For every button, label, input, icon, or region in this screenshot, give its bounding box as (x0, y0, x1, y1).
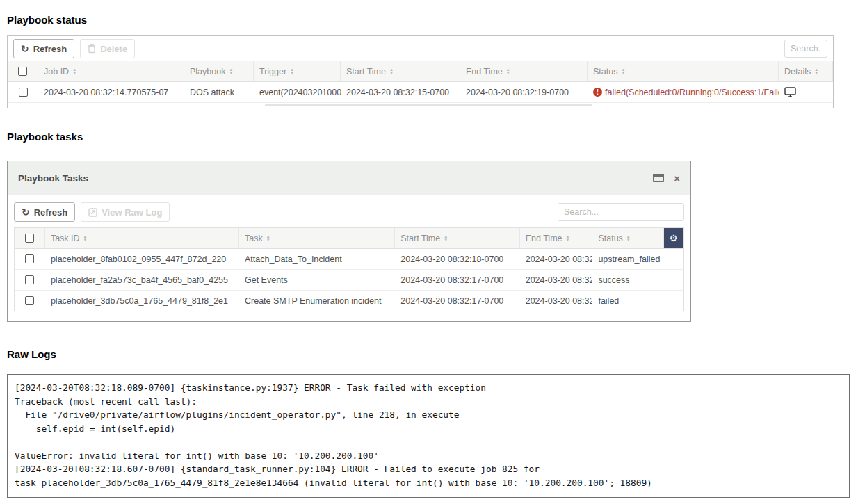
task-id-cell: placeholder_8fab0102_0955_447f_872d_220 (45, 249, 239, 269)
task-end-cell: 2024-03-20 08:32:18 (520, 270, 593, 290)
task-cell: Create SMTP Enumeration incident (239, 291, 395, 311)
task-status-cell: success (592, 270, 664, 290)
monitor-details-icon[interactable] (784, 87, 796, 97)
section-title-playbook-status: Playbook status (7, 0, 858, 26)
tasks-search-input[interactable] (558, 203, 684, 221)
section-title-raw-logs: Raw Logs (7, 348, 858, 360)
row-checkbox[interactable] (19, 88, 28, 97)
column-header-details[interactable]: Details ▲▼ (779, 61, 833, 81)
end-time-cell: 2024-03-20 08:32:19-0700 (460, 82, 588, 102)
status-cell: ! failed(Scheduled:0/Running:0/Success:1… (588, 82, 779, 102)
details-cell (779, 82, 833, 102)
sort-icon: ▲▼ (814, 68, 818, 75)
refresh-icon: ↻ (22, 207, 30, 217)
panel-header: Playbook Tasks × (8, 161, 690, 195)
status-table-row: 2024-03-20 08:32:14.770575-07 DOS attack… (8, 82, 833, 103)
column-header-task[interactable]: Task ▲▼ (239, 228, 395, 248)
panel-title: Playbook Tasks (18, 173, 88, 184)
maximize-icon[interactable] (653, 174, 664, 182)
row-checkbox[interactable] (25, 296, 34, 305)
column-header-task-id[interactable]: Task ID ▲▼ (45, 228, 239, 248)
column-header-start-time[interactable]: Start Time ▲▼ (341, 61, 460, 81)
status-search-input[interactable] (784, 40, 827, 58)
task-row: placeholder_fa2a573c_ba4f_4565_baf0_4255… (15, 270, 683, 291)
sort-icon: ▲▼ (290, 68, 294, 75)
task-cell: Get Events (239, 270, 395, 290)
task-row: placeholder_3db75c0a_1765_4479_81f8_2e1 … (15, 291, 683, 311)
tasks-toolbar: ↻ Refresh View Raw Log (14, 202, 684, 222)
view-raw-log-button[interactable]: View Raw Log (81, 202, 170, 222)
playbook-tasks-panel: Playbook Tasks × ↻ Refresh View Raw Log (7, 161, 691, 322)
status-table-header: Job ID ▲▼ Playbook ▲▼ Trigger ▲▼ Start T… (8, 61, 833, 82)
column-header-job-id[interactable]: Job ID ▲▼ (38, 61, 184, 81)
refresh-icon: ↻ (21, 44, 29, 54)
sort-icon: ▲▼ (266, 235, 270, 242)
tasks-table-header: Task ID ▲▼ Task ▲▼ Start Time ▲▼ End Tim… (15, 228, 683, 249)
column-header-task-status[interactable]: Status ▲▼ (592, 228, 664, 248)
task-end-cell: 2024-03-20 08:32:18 (520, 249, 593, 269)
horizontal-scrollbar[interactable] (8, 103, 833, 108)
sort-icon: ▲▼ (229, 68, 233, 75)
raw-logs-box: [2024-03-20T08:32:18.089-0700] {taskinst… (7, 374, 850, 498)
sort-icon: ▲▼ (389, 68, 394, 75)
sort-icon: ▲▼ (83, 235, 88, 242)
sort-icon: ▲▼ (72, 68, 76, 75)
trigger-cell: event(202403201000 (254, 82, 341, 102)
playbook-cell: DOS attack (184, 82, 254, 102)
status-text: failed(Scheduled:0/Running:0/Success:1/F… (605, 88, 779, 97)
task-cell: Attach_Data_To_Incident (239, 249, 395, 269)
gear-icon[interactable]: ⚙ (664, 228, 683, 248)
close-icon[interactable]: × (674, 173, 680, 184)
select-all-checkbox[interactable] (18, 67, 27, 76)
tasks-table: Task ID ▲▼ Task ▲▼ Start Time ▲▼ End Tim… (14, 227, 684, 311)
tasks-refresh-label: Refresh (34, 207, 67, 218)
scrollbar-thumb[interactable] (265, 104, 592, 106)
panel-body: ↻ Refresh View Raw Log Task ID ▲▼ Task (8, 195, 690, 321)
task-id-cell: placeholder_3db75c0a_1765_4479_81f8_2e1 (45, 291, 239, 311)
task-start-cell: 2024-03-20 08:32:17-0700 (395, 291, 519, 311)
error-icon: ! (593, 88, 602, 97)
sort-icon: ▲▼ (566, 235, 570, 242)
refresh-button[interactable]: ↻ Refresh (13, 39, 74, 58)
task-start-cell: 2024-03-20 08:32:18-0700 (395, 249, 519, 269)
column-header-end-time[interactable]: End Time ▲▼ (460, 61, 588, 81)
status-toolbar: ↻ Refresh Delete (8, 36, 833, 61)
delete-button-label: Delete (100, 44, 127, 54)
sort-icon: ▲▼ (444, 235, 448, 242)
column-header-playbook[interactable]: Playbook ▲▼ (184, 61, 254, 81)
column-header-task-end-time[interactable]: End Time ▲▼ (520, 228, 593, 248)
view-raw-log-label: View Raw Log (102, 207, 162, 218)
sort-icon: ▲▼ (626, 235, 631, 242)
column-header-task-start-time[interactable]: Start Time ▲▼ (395, 228, 519, 248)
section-title-playbook-tasks: Playbook tasks (7, 131, 858, 143)
column-header-status[interactable]: Status ▲▼ (588, 61, 779, 81)
trash-icon (88, 44, 96, 54)
tasks-refresh-button[interactable]: ↻ Refresh (14, 202, 75, 222)
task-status-cell: failed (592, 291, 664, 311)
row-checkbox[interactable] (25, 254, 34, 263)
external-link-icon (88, 208, 97, 217)
job-id-cell: 2024-03-20 08:32:14.770575-07 (38, 82, 184, 102)
task-id-cell: placeholder_fa2a573c_ba4f_4565_baf0_4255 (45, 270, 239, 290)
delete-button[interactable]: Delete (80, 39, 135, 58)
sort-icon: ▲▼ (506, 68, 510, 75)
column-header-trigger[interactable]: Trigger ▲▼ (254, 61, 341, 81)
playbook-status-table: ↻ Refresh Delete Job ID ▲▼ Playbook ▲▼ T… (7, 35, 834, 108)
sort-icon: ▲▼ (621, 68, 625, 75)
refresh-button-label: Refresh (33, 44, 67, 54)
tasks-select-all-checkbox[interactable] (25, 234, 34, 243)
task-status-cell: upstream_failed (592, 249, 664, 269)
row-checkbox[interactable] (25, 275, 34, 284)
task-end-cell: 2024-03-20 08:32:18 (520, 291, 593, 311)
task-start-cell: 2024-03-20 08:32:17-0700 (395, 270, 519, 290)
raw-logs-text: [2024-03-20T08:32:18.089-0700] {taskinst… (15, 381, 842, 489)
task-row: placeholder_8fab0102_0955_447f_872d_220 … (15, 249, 683, 270)
start-time-cell: 2024-03-20 08:32:15-0700 (341, 82, 460, 102)
